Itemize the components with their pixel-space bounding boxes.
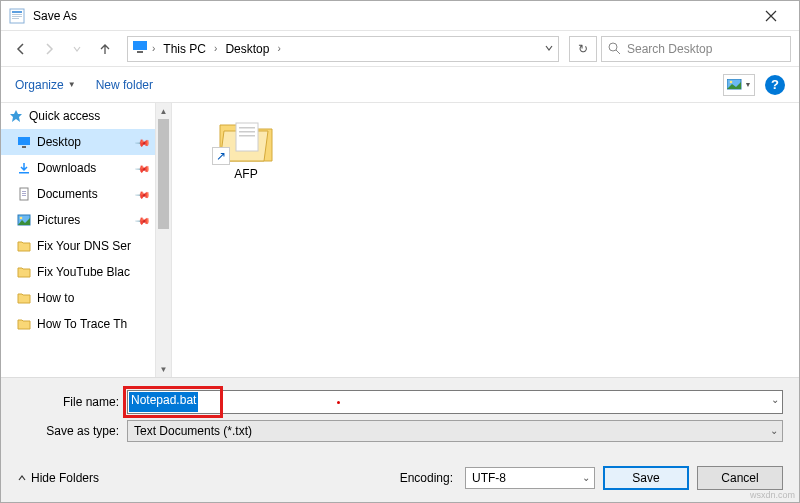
svg-rect-12 bbox=[19, 172, 29, 174]
refresh-icon: ↻ bbox=[578, 42, 588, 56]
save-button[interactable]: Save bbox=[603, 466, 689, 490]
filename-input[interactable] bbox=[127, 390, 783, 414]
search-icon bbox=[608, 42, 621, 55]
svg-rect-16 bbox=[22, 195, 26, 196]
chevron-right-icon: › bbox=[214, 43, 217, 54]
view-menu[interactable]: ▼ bbox=[723, 74, 755, 96]
chevron-right-icon: › bbox=[277, 43, 280, 54]
svg-rect-20 bbox=[239, 127, 255, 129]
sidebar-item-documents[interactable]: Documents 📌 bbox=[1, 181, 155, 207]
sidebar-item-label: Desktop bbox=[37, 135, 81, 149]
close-button[interactable] bbox=[751, 2, 791, 30]
hide-folders-label: Hide Folders bbox=[31, 471, 99, 485]
svg-rect-3 bbox=[12, 16, 22, 17]
hide-folders-button[interactable]: Hide Folders bbox=[17, 471, 99, 485]
help-button[interactable]: ? bbox=[765, 75, 785, 95]
chevron-right-icon: › bbox=[152, 43, 155, 54]
pin-icon: 📌 bbox=[135, 134, 151, 150]
pin-icon: 📌 bbox=[135, 186, 151, 202]
sidebar-item-folder[interactable]: Fix YouTube Blac bbox=[1, 259, 155, 285]
filename-dropdown[interactable]: ⌄ bbox=[771, 394, 779, 405]
address-dropdown[interactable] bbox=[544, 42, 554, 56]
annotation-dot bbox=[337, 401, 340, 404]
scroll-up-icon[interactable]: ▲ bbox=[156, 103, 171, 119]
back-button[interactable] bbox=[9, 37, 33, 61]
svg-rect-2 bbox=[12, 14, 22, 15]
sidebar-item-folder[interactable]: How to bbox=[1, 285, 155, 311]
chevron-down-icon bbox=[72, 44, 82, 54]
svg-rect-22 bbox=[239, 135, 255, 137]
file-pane[interactable]: ↗ AFP bbox=[172, 103, 799, 377]
pin-icon: 📌 bbox=[135, 212, 151, 228]
recent-dropdown[interactable] bbox=[65, 37, 89, 61]
savetype-select[interactable]: Text Documents (*.txt) ⌄ bbox=[127, 420, 783, 442]
search-input[interactable]: Search Desktop bbox=[601, 36, 791, 62]
sidebar-item-label: Documents bbox=[37, 187, 98, 201]
encoding-value: UTF-8 bbox=[472, 471, 506, 485]
folder-afp[interactable]: ↗ AFP bbox=[206, 117, 286, 181]
svg-rect-15 bbox=[22, 193, 26, 194]
svg-rect-4 bbox=[12, 18, 19, 19]
encoding-select[interactable]: UTF-8 ⌄ bbox=[465, 467, 595, 489]
address-bar[interactable]: › This PC › Desktop › bbox=[127, 36, 559, 62]
chevron-down-icon: ⌄ bbox=[582, 472, 590, 483]
svg-rect-1 bbox=[12, 11, 22, 13]
svg-rect-21 bbox=[239, 131, 255, 133]
sidebar-scrollbar[interactable]: ▲ ▼ bbox=[156, 103, 172, 377]
svg-point-18 bbox=[20, 217, 23, 220]
footer: Hide Folders Encoding: UTF-8 ⌄ Save Canc… bbox=[1, 458, 799, 502]
organize-menu[interactable]: Organize ▼ bbox=[15, 78, 76, 92]
cancel-button[interactable]: Cancel bbox=[697, 466, 783, 490]
desktop-icon bbox=[17, 135, 31, 149]
quick-access-header[interactable]: Quick access bbox=[1, 103, 155, 129]
forward-button[interactable] bbox=[37, 37, 61, 61]
up-button[interactable] bbox=[93, 37, 117, 61]
sidebar-item-pictures[interactable]: Pictures 📌 bbox=[1, 207, 155, 233]
titlebar: Save As bbox=[1, 1, 799, 31]
sidebar-item-label: Fix Your DNS Ser bbox=[37, 239, 131, 253]
window-title: Save As bbox=[33, 9, 751, 23]
new-folder-button[interactable]: New folder bbox=[96, 78, 153, 92]
arrow-up-icon bbox=[98, 42, 112, 56]
sidebar-item-label: How To Trace Th bbox=[37, 317, 127, 331]
dropdown-triangle-icon: ▼ bbox=[68, 80, 76, 89]
breadcrumb-desktop[interactable]: Desktop bbox=[221, 40, 273, 58]
folder-icon bbox=[17, 265, 31, 279]
sidebar-item-folder[interactable]: How To Trace Th bbox=[1, 311, 155, 337]
shortcut-arrow-icon: ↗ bbox=[212, 147, 230, 165]
scroll-thumb[interactable] bbox=[158, 119, 169, 229]
sidebar-item-label: Pictures bbox=[37, 213, 80, 227]
chevron-up-icon bbox=[17, 473, 27, 483]
encoding-label: Encoding: bbox=[400, 471, 453, 485]
svg-point-9 bbox=[729, 80, 732, 83]
svg-rect-5 bbox=[133, 41, 147, 50]
sidebar-item-folder[interactable]: Fix Your DNS Ser bbox=[1, 233, 155, 259]
sidebar-item-label: Fix YouTube Blac bbox=[37, 265, 130, 279]
sidebar-item-label: Downloads bbox=[37, 161, 96, 175]
body: Quick access Desktop 📌 Downloads 📌 Docum… bbox=[1, 103, 799, 377]
breadcrumb-this-pc[interactable]: This PC bbox=[159, 40, 210, 58]
sidebar-item-desktop[interactable]: Desktop 📌 bbox=[1, 129, 155, 155]
scroll-down-icon[interactable]: ▼ bbox=[156, 361, 171, 377]
close-icon bbox=[765, 10, 777, 22]
refresh-button[interactable]: ↻ bbox=[569, 36, 597, 62]
arrow-right-icon bbox=[42, 42, 56, 56]
savetype-label: Save as type: bbox=[17, 424, 127, 438]
documents-icon bbox=[17, 187, 31, 201]
sidebar-item-label: How to bbox=[37, 291, 74, 305]
monitor-icon bbox=[132, 39, 148, 58]
sidebar-item-downloads[interactable]: Downloads 📌 bbox=[1, 155, 155, 181]
nav-sidebar: Quick access Desktop 📌 Downloads 📌 Docum… bbox=[1, 103, 156, 377]
bottom-panel: File name: Notepad.bat ⌄ Save as type: T… bbox=[1, 377, 799, 458]
svg-rect-10 bbox=[18, 137, 30, 145]
picture-icon bbox=[727, 79, 743, 91]
folder-label: AFP bbox=[234, 167, 257, 181]
svg-rect-11 bbox=[22, 146, 26, 148]
filename-label: File name: bbox=[17, 395, 127, 409]
savetype-value: Text Documents (*.txt) bbox=[134, 424, 252, 438]
organize-label: Organize bbox=[15, 78, 64, 92]
svg-rect-14 bbox=[22, 191, 26, 192]
chevron-down-icon bbox=[544, 43, 554, 53]
dropdown-triangle-icon: ▼ bbox=[745, 81, 752, 88]
search-placeholder: Search Desktop bbox=[627, 42, 712, 56]
